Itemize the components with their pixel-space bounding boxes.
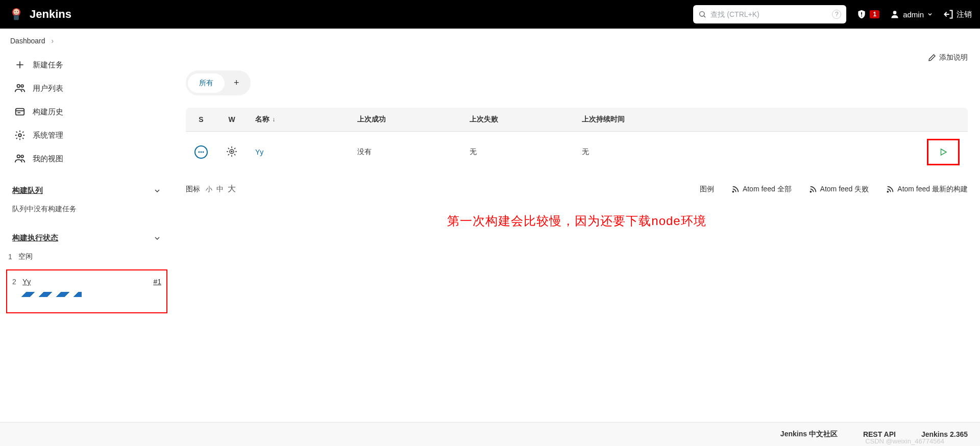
edit-icon — [928, 54, 936, 62]
username-label: admin — [903, 10, 924, 19]
build-status-icon[interactable] — [194, 145, 208, 159]
cell-last-success: 没有 — [349, 132, 461, 173]
executor-job-link[interactable]: Yy — [22, 278, 153, 286]
panel-title: 构建执行状态 — [12, 233, 58, 243]
sidebar-item-manage[interactable]: 系统管理 — [6, 123, 167, 147]
plus-icon — [14, 59, 26, 70]
col-last-duration[interactable]: 上次持续时间 — [574, 108, 919, 132]
executor-number: 2 — [12, 278, 22, 286]
svg-point-21 — [201, 152, 202, 153]
atom-feed-failures[interactable]: Atom feed 失败 — [809, 185, 869, 194]
menu-label: 构建历史 — [33, 107, 63, 117]
chevron-down-icon — [153, 187, 161, 195]
rss-icon — [809, 185, 817, 193]
notification-button[interactable]: 1 — [856, 9, 879, 19]
search-help-icon[interactable]: ? — [832, 10, 841, 19]
svg-point-32 — [231, 151, 232, 152]
logout-label: 注销 — [957, 10, 972, 19]
breadcrumb-dashboard[interactable]: Dashboard — [10, 37, 45, 45]
svg-point-12 — [17, 85, 20, 88]
col-name[interactable]: 名称 ↓ — [247, 108, 349, 132]
col-last-success[interactable]: 上次成功 — [349, 108, 461, 132]
svg-point-22 — [203, 152, 204, 153]
main-content: 添加说明 所有 + S W 名称 ↓ 上次成功 上次失败 上次持续时间 — [174, 53, 980, 324]
search-input[interactable] — [710, 10, 828, 18]
table-footer: 图标 小 中 大 图例 Atom feed 全部 Atom feed 失败 At… — [186, 184, 968, 194]
svg-point-3 — [15, 11, 16, 12]
sort-down-icon: ↓ — [271, 116, 275, 123]
icon-size-large[interactable]: 大 — [228, 184, 236, 194]
sidebar-item-myviews[interactable]: 我的视图 — [6, 147, 167, 170]
highlight-build-button — [927, 139, 960, 165]
atom-feed-latest[interactable]: Atom feed 最新的构建 — [886, 185, 968, 194]
people-icon — [14, 83, 26, 94]
jenkins-logo[interactable]: Jenkins — [8, 6, 71, 22]
chevron-down-icon — [153, 234, 161, 242]
table-row: Yy 没有 无 无 — [186, 132, 968, 173]
menu-label: 新建任务 — [33, 60, 63, 70]
build-executor-panel: 构建执行状态 1 空闲 2 Yy #1 — [6, 228, 167, 313]
svg-point-20 — [198, 152, 200, 153]
build-now-button[interactable] — [939, 147, 948, 157]
svg-point-36 — [888, 191, 889, 192]
executor-row-running: 2 Yy #1 — [10, 274, 163, 290]
svg-rect-14 — [16, 109, 24, 115]
panel-header[interactable]: 构建执行状态 — [6, 228, 167, 248]
tab-all[interactable]: 所有 — [188, 73, 225, 93]
panel-header[interactable]: 构建队列 — [6, 181, 167, 201]
atom-feed-all[interactable]: Atom feed 全部 — [731, 185, 792, 194]
play-icon — [939, 147, 948, 157]
col-last-failure[interactable]: 上次失败 — [461, 108, 574, 132]
shield-alert-icon — [856, 9, 867, 19]
job-name-link[interactable]: Yy — [255, 148, 263, 156]
svg-point-4 — [17, 11, 18, 12]
gear-icon — [14, 130, 26, 141]
sidebar-item-new[interactable]: 新建任务 — [6, 53, 167, 77]
chevron-down-icon — [927, 11, 933, 17]
add-description-link[interactable]: 添加说明 — [928, 53, 968, 62]
svg-point-35 — [810, 191, 811, 192]
svg-rect-2 — [14, 15, 19, 20]
legend-link[interactable]: 图例 — [700, 185, 714, 194]
executor-number: 1 — [8, 253, 18, 261]
executor-build-link[interactable]: #1 — [153, 278, 161, 286]
breadcrumb: Dashboard › — [0, 29, 980, 53]
chevron-right-icon: › — [51, 37, 54, 45]
tab-add-button[interactable]: + — [225, 72, 249, 93]
svg-point-34 — [732, 191, 733, 192]
cell-last-duration: 无 — [574, 132, 919, 173]
sidebar-item-people[interactable]: 用户列表 — [6, 77, 167, 100]
logout-button[interactable]: 注销 — [943, 9, 972, 19]
icon-size-medium[interactable]: 中 — [216, 185, 224, 194]
search-box[interactable]: ? — [693, 5, 846, 23]
progress-bar[interactable] — [20, 292, 82, 297]
svg-rect-7 — [862, 12, 863, 15]
menu-label: 用户列表 — [33, 84, 63, 93]
svg-point-19 — [21, 155, 23, 158]
cell-last-failure: 无 — [461, 132, 574, 173]
people-icon — [14, 153, 26, 164]
col-weather[interactable]: W — [216, 108, 247, 132]
svg-line-29 — [234, 154, 235, 155]
svg-marker-33 — [941, 149, 947, 155]
panel-title: 构建队列 — [12, 186, 43, 195]
view-tabs: 所有 + — [186, 70, 251, 95]
icon-size-small[interactable]: 小 — [206, 185, 212, 194]
svg-point-5 — [700, 12, 704, 16]
sidebar-item-history[interactable]: 构建历史 — [6, 100, 167, 123]
menu-label: 我的视图 — [33, 154, 63, 164]
svg-line-31 — [234, 147, 235, 148]
svg-line-6 — [704, 16, 705, 17]
svg-point-9 — [893, 11, 897, 14]
svg-line-30 — [228, 154, 229, 155]
menu-label: 系统管理 — [33, 131, 63, 140]
jobs-table: S W 名称 ↓ 上次成功 上次失败 上次持续时间 — [186, 108, 968, 172]
jenkins-logo-icon — [8, 6, 24, 22]
svg-point-1 — [13, 9, 19, 15]
col-status[interactable]: S — [186, 108, 216, 132]
executor-status: 空闲 — [18, 252, 33, 261]
weather-icon[interactable] — [226, 145, 238, 158]
rss-icon — [886, 185, 894, 193]
icon-size-label: 图标 — [186, 185, 200, 194]
user-menu[interactable]: admin — [890, 9, 933, 19]
